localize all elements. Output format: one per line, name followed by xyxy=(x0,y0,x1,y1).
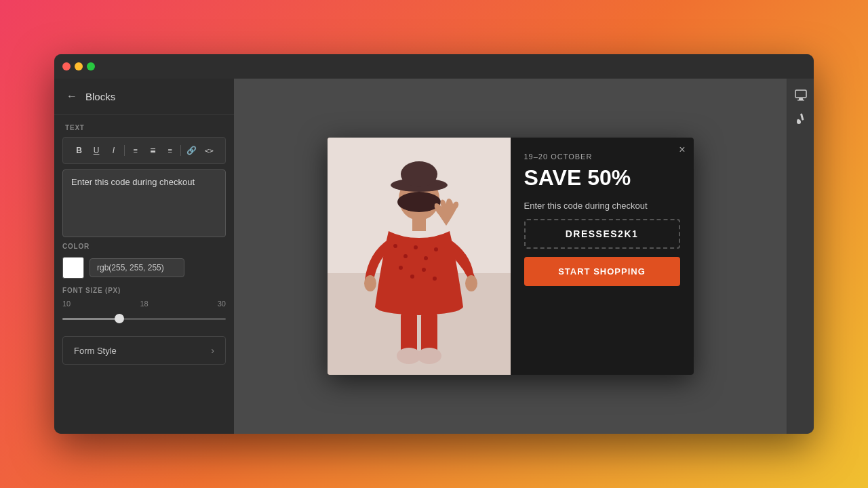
fontsize-slider[interactable] xyxy=(62,312,226,325)
svg-rect-25 xyxy=(800,113,804,120)
fontsize-min: 10 xyxy=(62,300,71,308)
back-button[interactable]: ← xyxy=(65,89,79,103)
svg-rect-23 xyxy=(799,98,803,100)
svg-rect-24 xyxy=(797,100,804,101)
left-panel: ← Blocks TEXT B U I ≡ ≣ ≡ 🔗 <> Enter thi… xyxy=(54,79,234,434)
svg-point-7 xyxy=(393,244,397,248)
color-input[interactable] xyxy=(90,258,184,277)
italic-button[interactable]: I xyxy=(106,142,121,159)
paint-icon[interactable] xyxy=(790,108,812,130)
right-toolbar xyxy=(787,79,814,434)
slider-track xyxy=(62,318,226,320)
fontsize-range: 10 18 30 xyxy=(62,300,226,308)
ul-button[interactable]: ≡ xyxy=(127,142,143,159)
svg-rect-4 xyxy=(401,161,437,187)
fontsize-section: FONT SIZE (PX) 10 18 30 xyxy=(54,287,234,325)
slider-fill xyxy=(62,318,119,320)
main-window: ← Blocks TEXT B U I ≡ ≣ ≡ 🔗 <> Enter thi… xyxy=(54,54,814,434)
traffic-lights xyxy=(62,62,95,70)
color-swatch[interactable] xyxy=(62,257,84,279)
svg-rect-18 xyxy=(401,312,417,353)
svg-point-10 xyxy=(424,256,428,260)
svg-point-17 xyxy=(465,275,477,291)
fontsize-label: FONT SIZE (PX) xyxy=(62,287,226,297)
popup-date: 19–20 OCTOBER xyxy=(524,152,680,161)
panel-header: ← Blocks xyxy=(54,79,234,115)
form-style-label: Form Style xyxy=(74,346,117,356)
close-icon[interactable]: × xyxy=(679,144,685,155)
color-section-label: COLOR xyxy=(62,243,226,253)
close-button[interactable] xyxy=(62,62,71,70)
underline-button[interactable]: U xyxy=(88,142,104,159)
code-button[interactable]: <> xyxy=(201,142,217,159)
svg-point-15 xyxy=(433,277,437,281)
svg-point-12 xyxy=(399,266,403,270)
ol-button[interactable]: ≣ xyxy=(145,142,161,159)
title-bar xyxy=(54,54,814,79)
svg-point-14 xyxy=(422,268,426,272)
maximize-button[interactable] xyxy=(87,62,95,70)
popup-headline: SAVE 50% xyxy=(524,166,680,190)
slider-thumb[interactable] xyxy=(115,314,124,323)
svg-point-5 xyxy=(397,192,441,212)
svg-point-13 xyxy=(410,274,414,279)
link-button[interactable]: 🔗 xyxy=(184,142,199,159)
svg-rect-22 xyxy=(795,90,806,98)
fontsize-current: 18 xyxy=(140,300,148,308)
start-shopping-button[interactable]: START SHOPPING xyxy=(524,257,680,286)
text-editor[interactable]: Enter this code during checkout xyxy=(62,169,226,237)
color-row xyxy=(62,257,226,279)
svg-point-21 xyxy=(417,348,441,364)
desktop-icon[interactable] xyxy=(790,84,812,106)
color-section: COLOR xyxy=(54,243,234,279)
svg-rect-19 xyxy=(421,312,437,353)
popup-modal: × 19–20 OCTOBER SAVE 50% Enter this code… xyxy=(328,138,694,375)
fontsize-max: 30 xyxy=(218,300,226,308)
svg-point-8 xyxy=(403,254,408,258)
svg-rect-6 xyxy=(412,218,426,231)
text-section-label: TEXT xyxy=(54,115,234,137)
toolbar-divider-2 xyxy=(180,145,181,156)
popup-person-illustration xyxy=(328,138,511,375)
bold-button[interactable]: B xyxy=(71,142,87,159)
popup-code-box: DRESSES2K1 xyxy=(524,219,680,249)
popup-image xyxy=(328,138,511,375)
form-style-row[interactable]: Form Style › xyxy=(62,336,226,365)
chevron-right-icon: › xyxy=(211,345,214,356)
window-body: ← Blocks TEXT B U I ≡ ≣ ≡ 🔗 <> Enter thi… xyxy=(54,79,814,434)
popup-subtext: Enter this code during checkout xyxy=(524,201,680,211)
svg-point-11 xyxy=(434,247,438,251)
panel-title: Blocks xyxy=(85,91,115,102)
popup-content: × 19–20 OCTOBER SAVE 50% Enter this code… xyxy=(511,138,694,375)
text-toolbar: B U I ≡ ≣ ≡ 🔗 <> xyxy=(62,137,226,164)
minimize-button[interactable] xyxy=(75,62,83,70)
svg-point-16 xyxy=(364,275,376,291)
align-button[interactable]: ≡ xyxy=(162,142,178,159)
svg-point-9 xyxy=(414,245,418,249)
canvas-area: × 19–20 OCTOBER SAVE 50% Enter this code… xyxy=(234,79,787,434)
toolbar-divider-1 xyxy=(124,145,125,156)
